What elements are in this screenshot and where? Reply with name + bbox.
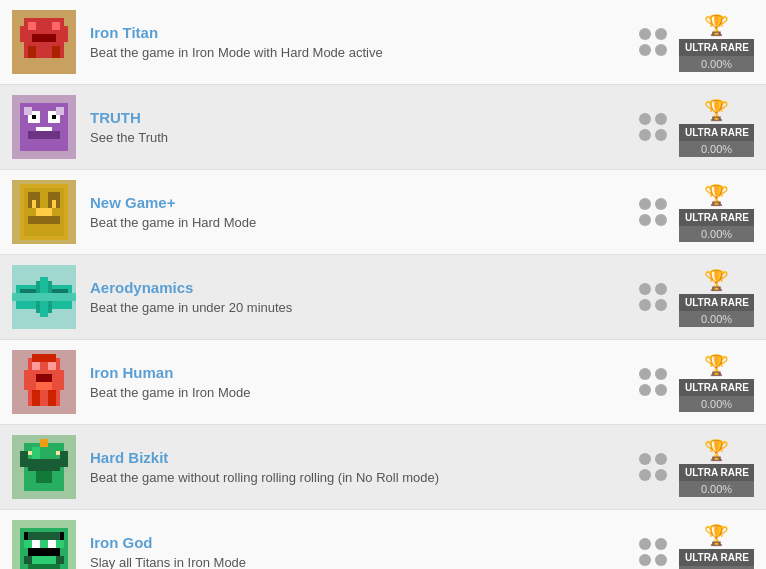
trophy-icon: 🏆: [704, 353, 729, 377]
svg-rect-48: [32, 354, 56, 362]
svg-rect-18: [24, 107, 32, 115]
svg-rect-27: [32, 200, 36, 208]
svg-rect-42: [36, 374, 52, 382]
achievement-row: Hard Bizkit Beat the game without rollin…: [0, 425, 766, 510]
trophy-icon: 🏆: [704, 523, 729, 547]
svg-rect-55: [36, 471, 52, 483]
dot: [639, 283, 651, 295]
svg-rect-46: [48, 390, 56, 406]
rarity-label: ULTRA RARE: [679, 294, 754, 311]
achievement-desc: Beat the game in Hard Mode: [90, 215, 627, 230]
dot: [639, 28, 651, 40]
svg-rect-8: [20, 26, 28, 42]
svg-rect-28: [52, 200, 56, 208]
achievement-row: Iron God Slay all Titans in Iron Mode 🏆 …: [0, 510, 766, 569]
svg-rect-16: [28, 131, 60, 139]
dot: [639, 214, 651, 226]
dot: [639, 554, 651, 566]
svg-rect-26: [36, 208, 52, 216]
achievement-icon: [12, 265, 76, 329]
rarity-label: ULTRA RARE: [679, 379, 754, 396]
svg-rect-37: [12, 293, 76, 301]
rarity-badge: 🏆 ULTRA RARE 0.00%: [679, 13, 754, 72]
svg-rect-4: [32, 34, 56, 42]
dot: [639, 299, 651, 311]
achievement-right: 🏆 ULTRA RARE 0.00%: [639, 438, 754, 497]
svg-rect-69: [28, 564, 60, 569]
dot: [655, 538, 667, 550]
achievement-desc: Beat the game in Iron Mode: [90, 385, 627, 400]
dot: [655, 113, 667, 125]
achievement-title: Iron Human: [90, 364, 627, 381]
trophy-icon: 🏆: [704, 183, 729, 207]
achievement-row: Aerodynamics Beat the game in under 20 m…: [0, 255, 766, 340]
achievement-desc: Slay all Titans in Iron Mode: [90, 555, 627, 569]
achievement-info: Iron God Slay all Titans in Iron Mode: [90, 534, 627, 569]
svg-rect-58: [56, 451, 60, 455]
achievement-info: Hard Bizkit Beat the game without rollin…: [90, 449, 627, 485]
rarity-percent: 0.00%: [679, 311, 754, 327]
achievement-desc: Beat the game without rolling rolling ro…: [90, 470, 627, 485]
achievement-title: Hard Bizkit: [90, 449, 627, 466]
dots-grid: [639, 113, 667, 141]
achievement-icon: [12, 10, 76, 74]
achievement-title: Iron Titan: [90, 24, 627, 41]
dot: [655, 283, 667, 295]
svg-rect-41: [48, 362, 56, 370]
dots-grid: [639, 368, 667, 396]
achievement-icon: [12, 180, 76, 244]
rarity-badge: 🏆 ULTRA RARE 0.00%: [679, 183, 754, 242]
rarity-badge: 🏆 ULTRA RARE 0.00%: [679, 523, 754, 570]
rarity-label: ULTRA RARE: [679, 124, 754, 141]
dot: [639, 44, 651, 56]
svg-rect-63: [28, 532, 60, 540]
svg-rect-71: [48, 540, 56, 548]
rarity-label: ULTRA RARE: [679, 209, 754, 226]
svg-rect-45: [32, 390, 40, 406]
svg-rect-9: [60, 26, 68, 42]
rarity-label: ULTRA RARE: [679, 39, 754, 56]
achievement-row: TRUTH See the Truth 🏆 ULTRA RARE 0.00%: [0, 85, 766, 170]
achievement-row: Iron Human Beat the game in Iron Mode 🏆 …: [0, 340, 766, 425]
dot: [639, 453, 651, 465]
rarity-badge: 🏆 ULTRA RARE 0.00%: [679, 268, 754, 327]
achievement-info: Aerodynamics Beat the game in under 20 m…: [90, 279, 627, 315]
dot: [655, 384, 667, 396]
rarity-percent: 0.00%: [679, 481, 754, 497]
svg-rect-65: [28, 548, 60, 556]
dot: [655, 198, 667, 210]
svg-rect-52: [60, 451, 68, 467]
achievement-right: 🏆 ULTRA RARE 0.00%: [639, 13, 754, 72]
achievement-row: New Game+ Beat the game in Hard Mode 🏆 U…: [0, 170, 766, 255]
achievement-title: Aerodynamics: [90, 279, 627, 296]
achievement-list: Iron Titan Beat the game in Iron Mode wi…: [0, 0, 766, 569]
dot: [655, 453, 667, 465]
dot: [639, 368, 651, 380]
svg-rect-2: [28, 22, 36, 30]
svg-rect-70: [32, 540, 40, 548]
dot: [639, 384, 651, 396]
svg-rect-25: [28, 216, 60, 224]
trophy-icon: 🏆: [704, 13, 729, 37]
achievement-right: 🏆 ULTRA RARE 0.00%: [639, 268, 754, 327]
achievement-desc: Beat the game in under 20 minutes: [90, 300, 627, 315]
dot: [655, 469, 667, 481]
svg-rect-68: [56, 556, 64, 564]
dots-grid: [639, 198, 667, 226]
svg-rect-67: [32, 556, 56, 564]
rarity-label: ULTRA RARE: [679, 549, 754, 566]
svg-rect-31: [20, 289, 36, 293]
achievement-right: 🏆 ULTRA RARE 0.00%: [639, 353, 754, 412]
dot: [655, 44, 667, 56]
svg-rect-7: [36, 50, 52, 58]
dot: [655, 554, 667, 566]
svg-rect-56: [40, 439, 48, 447]
dot: [639, 198, 651, 210]
achievement-title: Iron God: [90, 534, 627, 551]
dot: [655, 214, 667, 226]
svg-rect-5: [28, 46, 36, 58]
svg-rect-44: [56, 370, 64, 390]
rarity-badge: 🏆 ULTRA RARE 0.00%: [679, 98, 754, 157]
svg-rect-64: [24, 540, 64, 548]
achievement-info: TRUTH See the Truth: [90, 109, 627, 145]
